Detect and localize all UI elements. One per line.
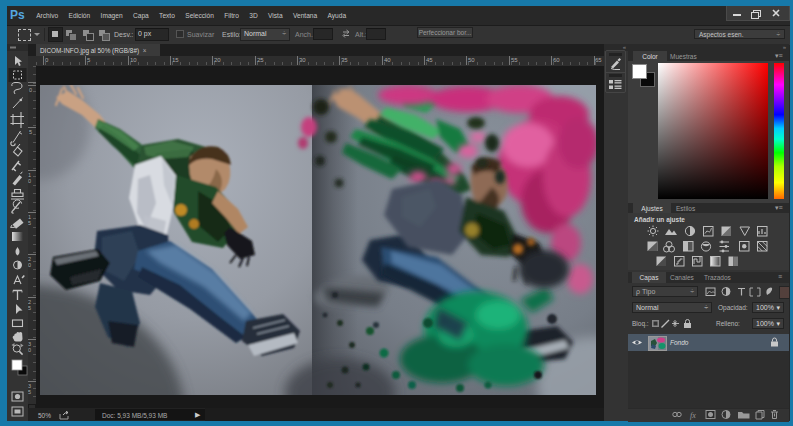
svg-text:fx: fx <box>690 411 696 420</box>
